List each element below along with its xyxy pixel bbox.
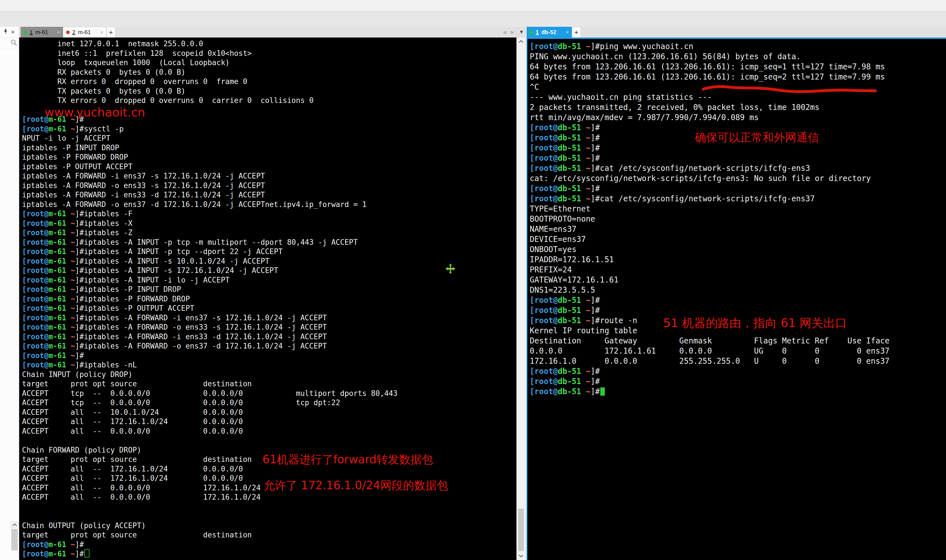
text-segment: [root@ [22, 257, 49, 265]
text-segment: ~ [581, 123, 590, 132]
terminal-line: [root@db-51 ~]# [530, 386, 946, 397]
text-segment: rtt min/avg/max/mdev = 7.987/7.990/7.994… [530, 113, 759, 122]
terminal-line: ACCEPT all -- 0.0.0.0/0 0.0.0.0/0 [22, 427, 517, 436]
terminal-line: iptables -A FORWARD -o ens37 -d 172.16.1… [22, 200, 517, 209]
tab-1-db-52[interactable]: 1db-52× [526, 27, 572, 37]
terminal-cursor [600, 388, 605, 395]
text-segment: m-61 [49, 209, 66, 218]
text-segment: RX packets 0 bytes 0 (0.0 B) [22, 68, 185, 76]
tab-menu-icon[interactable]: ▼ [519, 29, 524, 35]
text-segment: ACCEPT all -- 172.16.1.0/24 0.0.0.0/0 [22, 465, 292, 473]
terminal-line [22, 436, 517, 446]
text-segment: ~ [66, 238, 75, 246]
close-tab-icon[interactable]: × [100, 29, 103, 35]
terminal-line: TX errors 0 dropped 0 overruns 0 carrier… [22, 96, 517, 105]
text-segment: ~ [581, 133, 590, 142]
text-segment: ]# [75, 332, 84, 341]
sidebar-scrollbar[interactable] [10, 521, 19, 551]
text-segment: ~ [581, 366, 590, 375]
text-segment: loop txqueuelen 1000 (Local Loopback) [22, 58, 230, 67]
search-icon[interactable] [10, 39, 17, 48]
text-segment: [root@ [22, 219, 49, 228]
pin-icon[interactable] [3, 29, 8, 35]
scroll-down-icon[interactable] [517, 552, 526, 560]
terminal-line: Chain FORWARD (policy DROP) [22, 446, 517, 455]
terminal-m61[interactable]: inet 127.0.0.1 netmask 255.0.0.0 inet6 :… [19, 37, 517, 560]
text-segment: NAME=ens37 [530, 225, 577, 234]
text-segment: db-51 [558, 387, 581, 396]
terminal-line: [root@db-51 ~]# [530, 366, 946, 376]
tab-scroll-right-icon[interactable]: ▶ [511, 29, 514, 35]
text-segment: ~ [581, 306, 590, 315]
text-segment: ]# [590, 316, 600, 325]
text-segment: ]# [75, 540, 84, 549]
text-segment: GATEWAY=172.16.1.61 [530, 275, 619, 284]
text-segment: iptables -A FORWARD -i ens33 -d 172.16.1… [84, 332, 327, 341]
text-segment: ACCEPT all -- 0.0.0.0/0 172.16.1.0/24 [22, 484, 292, 492]
text-segment: iptables -F [84, 209, 132, 218]
tab-label: m-61 [35, 29, 48, 35]
text-segment: m-61 [49, 323, 66, 331]
terminal-line: [root@m-61 ~]#iptables -A INPUT -i lo -j… [22, 275, 517, 285]
text-segment: ~ [66, 209, 75, 218]
terminal-line: iptables -A FORWARD -i ens37 -s 172.16.1… [22, 171, 517, 181]
text-segment: ]# [75, 247, 84, 256]
session-status-dot [529, 31, 533, 34]
text-segment: ]# [75, 266, 84, 275]
text-segment: ~ [66, 314, 75, 322]
text-segment: ACCEPT all -- 172.16.1.0/24 0.0.0.0/0 [22, 474, 292, 483]
app-window: { "window": {"background":"#e9e9e9"}, "c… [0, 0, 946, 560]
text-segment: sysctl -p [84, 125, 123, 133]
text-segment: [root@ [22, 314, 49, 322]
text-segment: [root@ [530, 163, 558, 172]
terminal-line: [root@m-61 ~]#iptables -P FORWARD DROP [22, 294, 517, 304]
scroll-up-icon[interactable] [517, 37, 526, 45]
close-tab-icon[interactable]: × [57, 29, 60, 35]
text-segment: ]# [590, 366, 600, 375]
text-segment: db-51 [558, 123, 581, 132]
tab-scroll-left-icon[interactable]: ◀ [503, 29, 506, 35]
text-segment: [root@ [530, 123, 558, 132]
left-terminal-pane: 1m-61×2m-61×+ ◀ ▶ ▼ inet 127.0.0.1 netma… [19, 27, 526, 560]
new-tab-button[interactable]: + [106, 27, 116, 37]
terminal-line: cat: /etc/sysconfig/network-scripts/ifcf… [530, 173, 946, 183]
text-segment: PREFIX=24 [530, 265, 572, 274]
text-segment: ~ [66, 125, 75, 133]
tab-2-m-61[interactable]: 2m-61× [63, 27, 106, 37]
text-segment: m-61 [49, 342, 66, 350]
text-segment: ~ [581, 316, 590, 325]
text-segment: [root@ [22, 247, 49, 256]
new-tab-button[interactable]: + [572, 27, 581, 37]
text-segment: iptables -P OUTPUT ACCEPT [84, 304, 194, 312]
text-segment: ~ [66, 247, 75, 256]
text-segment: ]# [590, 123, 600, 132]
close-tab-icon[interactable]: × [566, 29, 569, 35]
scroll-up-icon[interactable] [10, 521, 19, 528]
scrollbar-thumb[interactable] [11, 529, 18, 551]
close-icon[interactable]: × [11, 29, 15, 35]
terminal-line: 172.16.1.0 0.0.0.0 255.255.255.0 U 0 0 0… [530, 356, 946, 366]
text-segment: [root@ [530, 133, 558, 142]
text-segment: [root@ [22, 361, 49, 369]
tab-1-m-61[interactable]: 1m-61× [21, 27, 63, 37]
text-segment: IPADDR=172.16.1.51 [530, 255, 614, 264]
terminal-line: [root@db-51 ~]# [530, 132, 946, 143]
terminal-db51[interactable]: [root@db-51 ~]#ping www.yuchaoit.cnPING … [526, 39, 946, 560]
text-segment: ]# [75, 285, 84, 294]
session-status-dot [23, 31, 27, 34]
terminal-line: NPUT -i lo -j ACCEPT [22, 134, 517, 143]
terminal-line: NAME=ens37 [530, 224, 946, 234]
right-terminal-pane: 1db-52×+ [root@db-51 ~]#ping www.yuchaoi… [526, 27, 946, 560]
tab-accelerator: 1 [536, 29, 539, 35]
text-segment: iptables -A FORWARD -i ens37 -s 172.16.1… [22, 172, 265, 180]
left-terminal-scrollbar[interactable] [517, 37, 526, 560]
scrollbar-thumb[interactable] [518, 509, 524, 551]
text-segment: TX errors 0 dropped 0 overruns 0 carrier… [22, 96, 313, 105]
terminal-line: inet 127.0.0.1 netmask 255.0.0.0 [22, 39, 517, 49]
terminal-line: Kernel IP routing table [530, 325, 946, 335]
text-segment: [root@ [530, 306, 558, 315]
text-segment: db-51 [558, 377, 581, 386]
terminal-line: [root@db-51 ~]# [530, 305, 946, 315]
text-segment: iptables -A FORWARD -o ens33 -s 172.16.1… [84, 323, 327, 331]
terminal-line: 0.0.0.0 172.16.1.61 0.0.0.0 UG 0 0 0 ens… [530, 346, 946, 356]
